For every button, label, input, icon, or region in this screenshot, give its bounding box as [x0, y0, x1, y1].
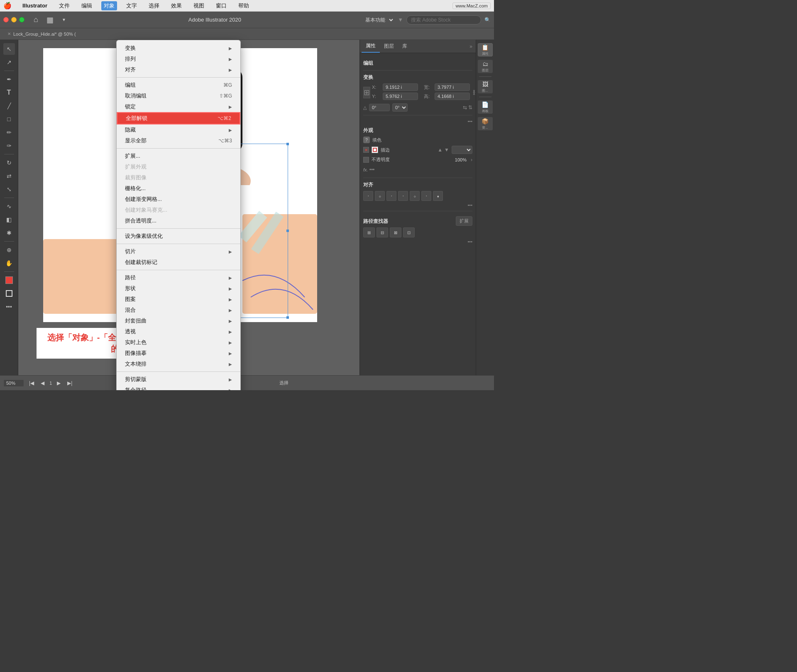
menu-item-transform[interactable]: 变换 ▶	[117, 43, 240, 54]
menu-item-file[interactable]: 文件	[56, 1, 72, 10]
angle-input[interactable]	[369, 104, 390, 111]
tab-close-icon[interactable]: ✕	[7, 32, 11, 36]
chevron-down-icon[interactable]: ▼	[59, 17, 68, 23]
menu-item-object[interactable]: 对象	[101, 1, 117, 10]
menu-item-ungroup[interactable]: 取消编组 ⇧⌘G	[117, 90, 240, 101]
opacity-checkbox[interactable]	[363, 157, 369, 163]
far-right-image-icon[interactable]: 🖼 图...	[478, 80, 493, 93]
far-right-properties-icon[interactable]: 📋 属性	[478, 43, 493, 56]
menu-item-text[interactable]: 文字	[124, 1, 139, 10]
menu-item-expand[interactable]: 扩展...	[117, 151, 240, 161]
rectangle-tool[interactable]: □	[3, 113, 15, 125]
apple-logo-icon[interactable]: 🍎	[3, 2, 12, 10]
far-right-layers-icon[interactable]: 🗂 图层	[478, 60, 493, 73]
menu-item-shape[interactable]: 形状 ▶	[117, 283, 240, 294]
reflect-tool[interactable]: ⇄	[3, 170, 15, 182]
h-input[interactable]	[435, 93, 470, 100]
menu-item-flatten[interactable]: 拼合透明度...	[117, 215, 240, 226]
stroke-checkbox[interactable]	[363, 147, 369, 153]
menu-item-lock[interactable]: 锁定 ▶	[117, 101, 240, 112]
pen-tool[interactable]: ✒	[3, 73, 15, 85]
gradient-tool[interactable]: ◧	[3, 214, 15, 225]
panel-expand-icon[interactable]: »	[468, 42, 474, 51]
menu-item-pattern[interactable]: 图案 ▶	[117, 294, 240, 305]
menu-item-perspective[interactable]: 透视 ▶	[117, 326, 240, 337]
menu-item-select[interactable]: 选择	[146, 1, 162, 10]
menu-item-show-all[interactable]: 显示全部 ⌥⌘3	[117, 135, 240, 146]
far-right-assets-icon[interactable]: 📦 资...	[478, 117, 493, 130]
nav-prev-btn[interactable]: ◀	[39, 379, 46, 387]
menu-item-gradient-mesh[interactable]: 创建渐变网格...	[117, 194, 240, 205]
pathfinder-intersect-btn[interactable]: ⊠	[390, 227, 401, 237]
menu-item-edit[interactable]: 编辑	[79, 1, 95, 10]
menu-item-image-trace[interactable]: 图像描摹 ▶	[117, 348, 240, 359]
menu-item-group[interactable]: 编组 ⌘G	[117, 80, 240, 90]
pathfinder-expand-btn[interactable]: 扩展	[456, 216, 472, 226]
menu-item-rasterize[interactable]: 栅格化...	[117, 183, 240, 194]
menu-item-help[interactable]: 帮助	[236, 1, 252, 10]
tab-properties[interactable]: 属性	[362, 40, 380, 53]
nav-next-btn[interactable]: ▶	[55, 379, 62, 387]
pencil-tool[interactable]: ✑	[3, 140, 15, 152]
far-right-artboard-icon[interactable]: 📄 画板	[478, 100, 493, 114]
pathfinder-minus-front-btn[interactable]: ⊟	[376, 227, 388, 237]
appearance-more-btn[interactable]: •••	[369, 167, 375, 173]
pathfinder-exclude-btn[interactable]: ⊡	[403, 227, 415, 237]
menu-item-hide[interactable]: 隐藏 ▶	[117, 125, 240, 135]
pathfinder-more-btn[interactable]: •••	[363, 239, 472, 244]
menu-item-window[interactable]: 窗口	[213, 1, 229, 10]
menu-item-arrange[interactable]: 排列 ▶	[117, 54, 240, 64]
pathfinder-unite-btn[interactable]: ⊞	[363, 227, 375, 237]
menu-item-view[interactable]: 视图	[191, 1, 207, 10]
home-icon[interactable]: ⌂	[31, 15, 41, 25]
rotate-tool[interactable]: ↻	[3, 157, 15, 169]
nav-first-btn[interactable]: |◀	[27, 379, 36, 387]
menu-item-align[interactable]: 对齐 ▶	[117, 64, 240, 75]
warp-tool[interactable]: ∿	[3, 200, 15, 212]
minimize-button[interactable]	[11, 17, 17, 22]
align-left-edge-btn[interactable]: ⬝	[363, 191, 373, 201]
adobe-stock-search[interactable]	[406, 15, 481, 24]
search-icon[interactable]: 🔍	[484, 17, 491, 23]
menu-item-text-wrap[interactable]: 文本绕排 ▶	[117, 359, 240, 369]
hand-tool[interactable]: ✋	[3, 257, 15, 269]
transform-more-btn[interactable]: •••	[363, 119, 472, 124]
stroke-style-select[interactable]	[452, 146, 472, 154]
menu-item-clipping-mask[interactable]: 剪切蒙版 ▶	[117, 374, 240, 385]
align-right-edge-btn[interactable]: ⬝	[386, 191, 396, 201]
fill-color-icon[interactable]	[3, 274, 15, 286]
menu-item-live-paint[interactable]: 实时上色 ▶	[117, 337, 240, 348]
align-top-edge-btn[interactable]: ⬝	[398, 191, 408, 201]
w-input[interactable]	[435, 83, 470, 91]
stroke-color-swatch[interactable]	[372, 147, 378, 153]
tab-layers[interactable]: 图层	[380, 40, 398, 52]
fx-label[interactable]: fx.	[363, 167, 368, 172]
menu-item-blend[interactable]: 混合 ▶	[117, 305, 240, 315]
menu-item-effect[interactable]: 效果	[169, 1, 184, 10]
transform-mode-icon[interactable]: ⊞	[363, 87, 370, 98]
menu-item-compound-path[interactable]: 复合路径 ▶	[117, 385, 240, 390]
menu-item-envelope[interactable]: 封套扭曲 ▶	[117, 315, 240, 326]
fullscreen-button[interactable]	[19, 17, 24, 22]
paintbrush-tool[interactable]: ✏	[3, 127, 15, 138]
line-tool[interactable]: ╱	[3, 100, 15, 112]
app-name[interactable]: Illustrator	[20, 2, 50, 10]
stroke-down-icon[interactable]: ▼	[444, 147, 449, 153]
nav-last-btn[interactable]: ▶|	[66, 379, 74, 387]
align-vertical-center-btn[interactable]: ⬦	[410, 191, 420, 201]
align-horizontal-center-btn[interactable]: ⬦	[375, 191, 385, 201]
align-more-btn[interactable]: •••	[363, 203, 472, 208]
flip-icons[interactable]: ⇆ ⇅	[463, 105, 472, 110]
opacity-expand-icon[interactable]: ›	[471, 157, 472, 163]
more-tools-icon[interactable]: •••	[3, 301, 15, 313]
stroke-up-icon[interactable]: ▲	[438, 147, 443, 153]
scale-tool[interactable]: ⤡	[3, 183, 15, 195]
grid-view-icon[interactable]: ▦	[44, 15, 56, 25]
zoom-input[interactable]	[3, 379, 24, 387]
menu-item-slice[interactable]: 切片 ▶	[117, 246, 240, 257]
y-input[interactable]	[383, 93, 418, 100]
align-bottom-edge-btn[interactable]: ⬝	[421, 191, 431, 201]
zoom-tool[interactable]: ⊕	[3, 244, 15, 256]
x-input[interactable]	[383, 83, 418, 91]
distribute-btn[interactable]: ⬧	[433, 191, 443, 201]
